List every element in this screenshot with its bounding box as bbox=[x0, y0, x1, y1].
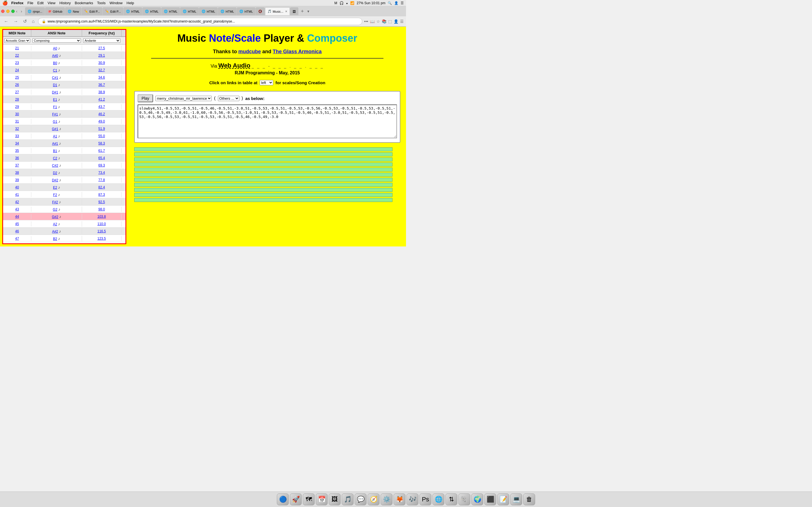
new-tab-btn[interactable]: + bbox=[300, 8, 305, 14]
tab-html5[interactable]: 🌐HTML bbox=[199, 7, 218, 15]
firefox-account-btn[interactable]: 👤 bbox=[394, 19, 398, 24]
midi-link[interactable]: 46 bbox=[15, 229, 19, 233]
midi-link[interactable]: 30 bbox=[15, 112, 19, 116]
reload-btn[interactable]: ↺ bbox=[21, 18, 29, 24]
midi-link[interactable]: 28 bbox=[15, 98, 19, 101]
tab-github[interactable]: 🐙GitHub bbox=[45, 7, 65, 15]
freq-link[interactable]: 30.9 bbox=[98, 61, 105, 65]
instrument-select[interactable]: Acoustic Grand Piano bbox=[4, 38, 30, 43]
midi-link[interactable]: 32 bbox=[15, 127, 19, 131]
reader-btn[interactable]: 📖 bbox=[370, 19, 375, 24]
bookmark-star-btn[interactable]: ☆ bbox=[376, 19, 380, 24]
ansi-link[interactable]: B1 bbox=[53, 149, 57, 153]
freq-link[interactable]: 27.5 bbox=[98, 46, 105, 50]
freq-link[interactable]: 87.3 bbox=[98, 193, 105, 196]
mudcube-link[interactable]: mudcube bbox=[238, 49, 261, 54]
midi-link[interactable]: 25 bbox=[15, 75, 19, 79]
freq-link[interactable]: 58.3 bbox=[98, 142, 105, 145]
midi-link[interactable]: 44 bbox=[15, 215, 19, 219]
apple-icon[interactable]: 🍎 bbox=[2, 0, 8, 6]
ansi-link[interactable]: F2 bbox=[53, 193, 57, 197]
midi-link[interactable]: 43 bbox=[15, 207, 19, 211]
minimize-button[interactable] bbox=[6, 10, 10, 13]
tab-html6[interactable]: 🌐HTML bbox=[218, 7, 237, 15]
freq-link[interactable]: 55.0 bbox=[98, 134, 105, 138]
menu-edit[interactable]: Edit bbox=[37, 1, 43, 5]
ansi-link[interactable]: C1 bbox=[53, 68, 57, 72]
ansi-link[interactable]: D1 bbox=[53, 83, 57, 87]
tab-music[interactable]: 🎵Music...✕ bbox=[265, 7, 290, 15]
ansi-link[interactable]: F1 bbox=[53, 105, 57, 109]
url-input[interactable] bbox=[48, 19, 359, 23]
ansi-link[interactable]: A1 bbox=[53, 134, 57, 138]
menu-window[interactable]: Window bbox=[110, 1, 123, 5]
ansi-link[interactable]: F#2 bbox=[52, 200, 58, 204]
tab-html4[interactable]: 🌐HTML bbox=[180, 7, 199, 15]
freq-link[interactable]: 82.4 bbox=[98, 185, 105, 189]
freq-link[interactable]: 77.8 bbox=[98, 178, 105, 182]
freq-link[interactable]: 103.8 bbox=[97, 215, 106, 219]
ansi-link[interactable]: D2 bbox=[53, 171, 57, 175]
tab-html1[interactable]: 🌐HTML bbox=[123, 7, 142, 15]
tab-forward-btn[interactable]: › bbox=[20, 8, 23, 14]
tempo-select[interactable]: Andante bbox=[83, 38, 120, 43]
midi-link[interactable]: 36 bbox=[15, 156, 19, 160]
midi-link[interactable]: 38 bbox=[15, 171, 19, 175]
menu-history[interactable]: History bbox=[59, 1, 71, 5]
menu-bookmarks[interactable]: Bookmarks bbox=[75, 1, 93, 5]
tab-img[interactable]: 🖼 bbox=[290, 7, 298, 15]
others-select[interactable]: Others ... bbox=[218, 96, 239, 101]
ansi-link[interactable]: G2 bbox=[53, 208, 57, 212]
midi-link[interactable]: 27 bbox=[15, 90, 19, 94]
synced-tabs-btn[interactable]: ⬚ bbox=[388, 19, 392, 24]
freq-link[interactable]: 110.0 bbox=[97, 222, 106, 226]
freq-link[interactable]: 123.5 bbox=[97, 237, 106, 240]
search-icon[interactable]: 🔍 bbox=[388, 1, 392, 5]
freq-link[interactable]: 92.5 bbox=[98, 200, 105, 204]
tab-html2[interactable]: 🌐HTML bbox=[142, 7, 161, 15]
tab-editp1[interactable]: ✏️Edit P... bbox=[82, 7, 102, 15]
freq-link[interactable]: 49.0 bbox=[98, 119, 105, 123]
ansi-link[interactable]: D#2 bbox=[52, 178, 58, 182]
list-icon[interactable]: ☰ bbox=[401, 1, 404, 5]
freq-link[interactable]: 98.0 bbox=[98, 207, 105, 211]
ansi-link[interactable]: B2 bbox=[53, 237, 57, 241]
home-btn[interactable]: ⌂ bbox=[30, 18, 36, 24]
freq-link[interactable]: 38.9 bbox=[98, 90, 105, 94]
midi-link[interactable]: 40 bbox=[15, 185, 19, 189]
ansi-link[interactable]: C2 bbox=[53, 156, 57, 160]
song-textarea[interactable]: slowby4,51,-0.5,53,-0.5,51,-0.5,46,-0.5,… bbox=[138, 105, 397, 138]
forward-btn[interactable]: → bbox=[12, 18, 20, 24]
freq-link[interactable]: 116.5 bbox=[97, 229, 106, 233]
menu-view[interactable]: View bbox=[48, 1, 56, 5]
ansi-link[interactable]: C#2 bbox=[52, 164, 58, 168]
more-btn[interactable]: ••• bbox=[364, 19, 368, 24]
midi-link[interactable]: 37 bbox=[15, 163, 19, 167]
tab-back-btn[interactable]: ‹ bbox=[15, 8, 18, 14]
ansi-link[interactable]: D#1 bbox=[52, 91, 58, 94]
play-button[interactable]: Play bbox=[138, 94, 153, 102]
freq-link[interactable]: 32.7 bbox=[98, 68, 105, 72]
ansi-link[interactable]: A#1 bbox=[52, 142, 58, 146]
freq-link[interactable]: 43.7 bbox=[98, 105, 105, 109]
ansi-link[interactable]: G#2 bbox=[52, 215, 58, 219]
fullscreen-button[interactable] bbox=[11, 10, 15, 13]
close-button[interactable] bbox=[1, 10, 4, 13]
menu-tools[interactable]: Tools bbox=[97, 1, 105, 5]
freq-link[interactable]: 69.3 bbox=[98, 163, 105, 167]
song-select[interactable]: merry_christmas_mr_lawrence Others bbox=[155, 96, 212, 101]
midi-link[interactable]: 31 bbox=[15, 119, 19, 123]
midi-link[interactable]: 45 bbox=[15, 222, 19, 226]
midi-link[interactable]: 39 bbox=[15, 178, 19, 182]
ansi-link[interactable]: G1 bbox=[53, 120, 57, 124]
tab-editp2[interactable]: ✏️Edit P... bbox=[103, 7, 123, 15]
freq-link[interactable]: 61.7 bbox=[98, 149, 105, 153]
midi-link[interactable]: 22 bbox=[15, 54, 19, 57]
user-icon[interactable]: 👤 bbox=[394, 1, 398, 5]
midi-link[interactable]: 33 bbox=[15, 134, 19, 138]
freq-link[interactable]: 51.9 bbox=[98, 127, 105, 131]
midi-link[interactable]: 41 bbox=[15, 193, 19, 196]
midi-link[interactable]: 35 bbox=[15, 149, 19, 153]
freq-link[interactable]: 36.7 bbox=[98, 83, 105, 87]
ansi-link[interactable]: G#1 bbox=[52, 127, 58, 131]
